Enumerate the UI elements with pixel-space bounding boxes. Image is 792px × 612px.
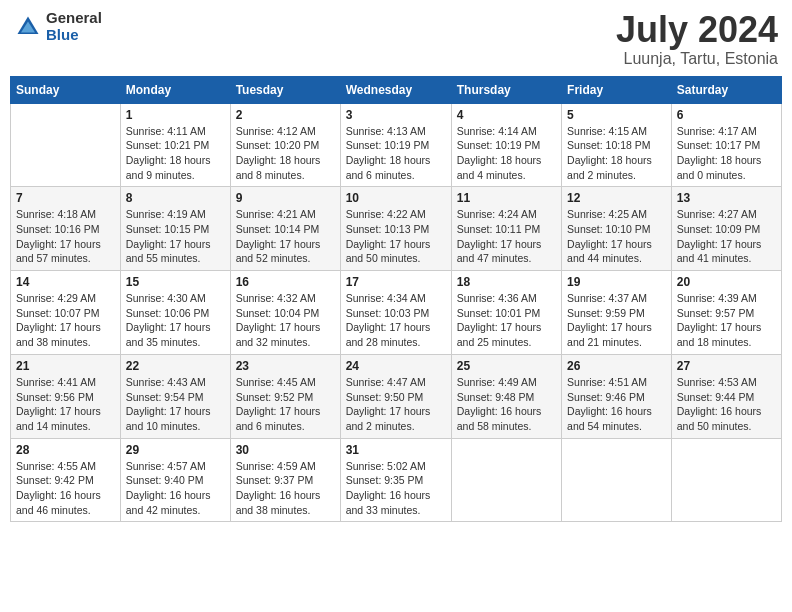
- day-number: 1: [126, 108, 225, 122]
- day-detail: Sunrise: 4:24 AM Sunset: 10:11 PM Daylig…: [457, 207, 556, 266]
- weekday-header-friday: Friday: [562, 76, 672, 103]
- day-detail: Sunrise: 4:30 AM Sunset: 10:06 PM Daylig…: [126, 291, 225, 350]
- day-number: 31: [346, 443, 446, 457]
- weekday-header-saturday: Saturday: [671, 76, 781, 103]
- day-detail: Sunrise: 4:43 AM Sunset: 9:54 PM Dayligh…: [126, 375, 225, 434]
- header: General Blue July 2024 Luunja, Tartu, Es…: [10, 10, 782, 68]
- calendar-cell: 25Sunrise: 4:49 AM Sunset: 9:48 PM Dayli…: [451, 354, 561, 438]
- calendar-cell: 10Sunrise: 4:22 AM Sunset: 10:13 PM Dayl…: [340, 187, 451, 271]
- day-detail: Sunrise: 4:18 AM Sunset: 10:16 PM Daylig…: [16, 207, 115, 266]
- day-number: 28: [16, 443, 115, 457]
- day-number: 29: [126, 443, 225, 457]
- calendar-cell: 16Sunrise: 4:32 AM Sunset: 10:04 PM Dayl…: [230, 271, 340, 355]
- calendar-cell: 2Sunrise: 4:12 AM Sunset: 10:20 PM Dayli…: [230, 103, 340, 187]
- calendar-cell: 26Sunrise: 4:51 AM Sunset: 9:46 PM Dayli…: [562, 354, 672, 438]
- calendar-cell: [451, 438, 561, 522]
- day-number: 26: [567, 359, 666, 373]
- calendar-cell: 30Sunrise: 4:59 AM Sunset: 9:37 PM Dayli…: [230, 438, 340, 522]
- week-row-1: 1Sunrise: 4:11 AM Sunset: 10:21 PM Dayli…: [11, 103, 782, 187]
- calendar-cell: 12Sunrise: 4:25 AM Sunset: 10:10 PM Dayl…: [562, 187, 672, 271]
- day-number: 30: [236, 443, 335, 457]
- day-detail: Sunrise: 4:29 AM Sunset: 10:07 PM Daylig…: [16, 291, 115, 350]
- logo-blue-text: Blue: [46, 27, 102, 44]
- calendar-cell: 14Sunrise: 4:29 AM Sunset: 10:07 PM Dayl…: [11, 271, 121, 355]
- calendar-cell: 7Sunrise: 4:18 AM Sunset: 10:16 PM Dayli…: [11, 187, 121, 271]
- day-detail: Sunrise: 4:36 AM Sunset: 10:01 PM Daylig…: [457, 291, 556, 350]
- logo-text: General Blue: [46, 10, 102, 43]
- day-detail: Sunrise: 4:19 AM Sunset: 10:15 PM Daylig…: [126, 207, 225, 266]
- day-detail: Sunrise: 4:12 AM Sunset: 10:20 PM Daylig…: [236, 124, 335, 183]
- calendar-cell: 28Sunrise: 4:55 AM Sunset: 9:42 PM Dayli…: [11, 438, 121, 522]
- day-detail: Sunrise: 4:27 AM Sunset: 10:09 PM Daylig…: [677, 207, 776, 266]
- calendar-table: SundayMondayTuesdayWednesdayThursdayFrid…: [10, 76, 782, 523]
- day-detail: Sunrise: 4:15 AM Sunset: 10:18 PM Daylig…: [567, 124, 666, 183]
- calendar-cell: 22Sunrise: 4:43 AM Sunset: 9:54 PM Dayli…: [120, 354, 230, 438]
- day-detail: Sunrise: 4:53 AM Sunset: 9:44 PM Dayligh…: [677, 375, 776, 434]
- day-detail: Sunrise: 5:02 AM Sunset: 9:35 PM Dayligh…: [346, 459, 446, 518]
- calendar-cell: 21Sunrise: 4:41 AM Sunset: 9:56 PM Dayli…: [11, 354, 121, 438]
- calendar-cell: 20Sunrise: 4:39 AM Sunset: 9:57 PM Dayli…: [671, 271, 781, 355]
- day-detail: Sunrise: 4:21 AM Sunset: 10:14 PM Daylig…: [236, 207, 335, 266]
- day-number: 22: [126, 359, 225, 373]
- day-detail: Sunrise: 4:22 AM Sunset: 10:13 PM Daylig…: [346, 207, 446, 266]
- calendar-cell: 18Sunrise: 4:36 AM Sunset: 10:01 PM Dayl…: [451, 271, 561, 355]
- week-row-3: 14Sunrise: 4:29 AM Sunset: 10:07 PM Dayl…: [11, 271, 782, 355]
- day-number: 21: [16, 359, 115, 373]
- day-detail: Sunrise: 4:41 AM Sunset: 9:56 PM Dayligh…: [16, 375, 115, 434]
- month-title: July 2024: [616, 10, 778, 50]
- week-row-4: 21Sunrise: 4:41 AM Sunset: 9:56 PM Dayli…: [11, 354, 782, 438]
- day-detail: Sunrise: 4:51 AM Sunset: 9:46 PM Dayligh…: [567, 375, 666, 434]
- day-number: 18: [457, 275, 556, 289]
- weekday-header-monday: Monday: [120, 76, 230, 103]
- calendar-cell: 5Sunrise: 4:15 AM Sunset: 10:18 PM Dayli…: [562, 103, 672, 187]
- calendar-cell: 17Sunrise: 4:34 AM Sunset: 10:03 PM Dayl…: [340, 271, 451, 355]
- day-number: 10: [346, 191, 446, 205]
- calendar-cell: 11Sunrise: 4:24 AM Sunset: 10:11 PM Dayl…: [451, 187, 561, 271]
- day-number: 15: [126, 275, 225, 289]
- day-detail: Sunrise: 4:11 AM Sunset: 10:21 PM Daylig…: [126, 124, 225, 183]
- logo-general-text: General: [46, 10, 102, 27]
- weekday-header-wednesday: Wednesday: [340, 76, 451, 103]
- calendar-cell: 4Sunrise: 4:14 AM Sunset: 10:19 PM Dayli…: [451, 103, 561, 187]
- calendar-cell: 1Sunrise: 4:11 AM Sunset: 10:21 PM Dayli…: [120, 103, 230, 187]
- day-detail: Sunrise: 4:17 AM Sunset: 10:17 PM Daylig…: [677, 124, 776, 183]
- logo: General Blue: [14, 10, 102, 43]
- weekday-header-tuesday: Tuesday: [230, 76, 340, 103]
- day-number: 17: [346, 275, 446, 289]
- day-number: 20: [677, 275, 776, 289]
- calendar-cell: 3Sunrise: 4:13 AM Sunset: 10:19 PM Dayli…: [340, 103, 451, 187]
- calendar-cell: 23Sunrise: 4:45 AM Sunset: 9:52 PM Dayli…: [230, 354, 340, 438]
- calendar-cell: [562, 438, 672, 522]
- day-number: 3: [346, 108, 446, 122]
- weekday-header-thursday: Thursday: [451, 76, 561, 103]
- day-number: 27: [677, 359, 776, 373]
- calendar-cell: 13Sunrise: 4:27 AM Sunset: 10:09 PM Dayl…: [671, 187, 781, 271]
- day-number: 6: [677, 108, 776, 122]
- day-detail: Sunrise: 4:45 AM Sunset: 9:52 PM Dayligh…: [236, 375, 335, 434]
- day-detail: Sunrise: 4:32 AM Sunset: 10:04 PM Daylig…: [236, 291, 335, 350]
- week-row-5: 28Sunrise: 4:55 AM Sunset: 9:42 PM Dayli…: [11, 438, 782, 522]
- day-number: 24: [346, 359, 446, 373]
- day-detail: Sunrise: 4:34 AM Sunset: 10:03 PM Daylig…: [346, 291, 446, 350]
- location-title: Luunja, Tartu, Estonia: [616, 50, 778, 68]
- day-number: 7: [16, 191, 115, 205]
- day-detail: Sunrise: 4:13 AM Sunset: 10:19 PM Daylig…: [346, 124, 446, 183]
- week-row-2: 7Sunrise: 4:18 AM Sunset: 10:16 PM Dayli…: [11, 187, 782, 271]
- calendar-cell: [671, 438, 781, 522]
- day-number: 12: [567, 191, 666, 205]
- day-detail: Sunrise: 4:57 AM Sunset: 9:40 PM Dayligh…: [126, 459, 225, 518]
- calendar-cell: 27Sunrise: 4:53 AM Sunset: 9:44 PM Dayli…: [671, 354, 781, 438]
- calendar-cell: 15Sunrise: 4:30 AM Sunset: 10:06 PM Dayl…: [120, 271, 230, 355]
- day-detail: Sunrise: 4:47 AM Sunset: 9:50 PM Dayligh…: [346, 375, 446, 434]
- day-detail: Sunrise: 4:39 AM Sunset: 9:57 PM Dayligh…: [677, 291, 776, 350]
- day-number: 2: [236, 108, 335, 122]
- day-number: 13: [677, 191, 776, 205]
- day-number: 11: [457, 191, 556, 205]
- weekday-header-sunday: Sunday: [11, 76, 121, 103]
- day-detail: Sunrise: 4:14 AM Sunset: 10:19 PM Daylig…: [457, 124, 556, 183]
- day-detail: Sunrise: 4:49 AM Sunset: 9:48 PM Dayligh…: [457, 375, 556, 434]
- day-number: 9: [236, 191, 335, 205]
- calendar-cell: 19Sunrise: 4:37 AM Sunset: 9:59 PM Dayli…: [562, 271, 672, 355]
- calendar-cell: 31Sunrise: 5:02 AM Sunset: 9:35 PM Dayli…: [340, 438, 451, 522]
- calendar-cell: 8Sunrise: 4:19 AM Sunset: 10:15 PM Dayli…: [120, 187, 230, 271]
